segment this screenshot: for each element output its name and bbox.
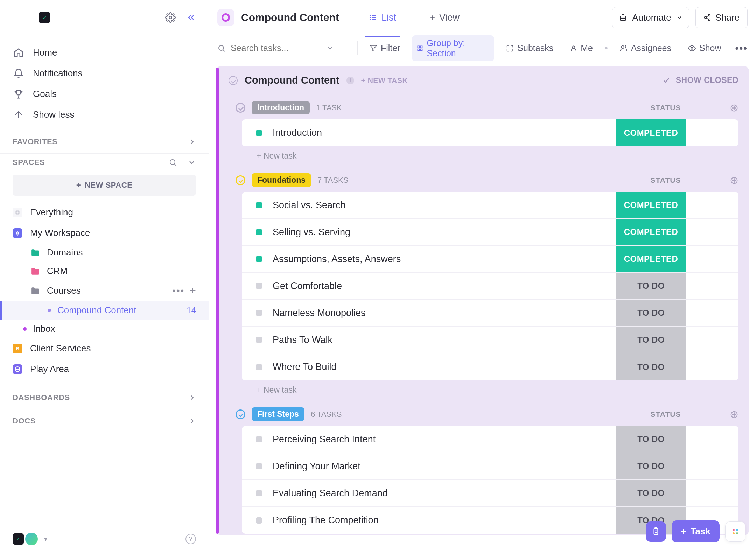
tab-add-view[interactable]: + View [426,9,464,26]
tab-list[interactable]: List [365,9,400,26]
workspace-logo-small[interactable]: ✓ [13,533,24,545]
caret-down-icon[interactable]: ▾ [44,535,47,543]
status-square-icon[interactable] [256,310,262,316]
tree-item-crm[interactable]: CRM [0,262,209,280]
tab-label: View [439,12,460,23]
dot-icon: • [605,43,608,53]
tree-item-courses[interactable]: Courses ••• + [0,280,209,301]
collapse-toggle-icon[interactable] [229,76,238,85]
add-column-icon[interactable]: ⊕ [730,408,738,420]
task-row[interactable]: Evaluating Search Demand TO DO [242,480,738,507]
share-button[interactable]: Share [695,7,748,28]
section-pill[interactable]: Introduction [252,101,310,114]
help-icon[interactable]: ? [186,534,196,544]
status-square-icon[interactable] [256,202,262,208]
status-cell[interactable]: COMPLETED [616,219,686,245]
sidebar-item-play-area[interactable]: Play Area [0,359,209,379]
sidebar-item-everything[interactable]: Everything [0,202,209,223]
task-row[interactable]: Defining Your Market TO DO [242,453,738,480]
nav-goals[interactable]: Goals [0,84,209,104]
subtasks-chip[interactable]: Subtasks [501,40,558,56]
dot-icon [48,309,51,312]
task-row[interactable]: Nameless Monopolies TO DO [242,300,738,327]
section-toggle-icon[interactable] [236,175,245,185]
task-row[interactable]: Paths To Walk TO DO [242,327,738,354]
nav-show-less[interactable]: Show less [0,104,209,125]
panel-title: Compound Content [245,75,340,86]
status-square-icon[interactable] [256,229,262,235]
sidebar-item-workspace[interactable]: My Workspace [0,223,209,243]
status-square-icon[interactable] [256,364,262,370]
status-square-icon[interactable] [256,283,262,289]
status-cell[interactable]: TO DO [616,453,686,479]
favorites-header[interactable]: FAVORITES [0,130,209,153]
status-square-icon[interactable] [256,463,262,469]
add-column-icon[interactable]: ⊕ [730,102,738,114]
tree-item-compound-content[interactable]: Compound Content 14 [0,301,209,320]
section-pill[interactable]: Foundations [252,173,311,187]
show-closed-link[interactable]: SHOW CLOSED [676,76,738,85]
filter-chip[interactable]: Filter [365,40,405,56]
status-cell[interactable]: TO DO [616,480,686,506]
sidebar-item-client-services[interactable]: B Client Services [0,338,209,359]
automate-button[interactable]: Automate [612,7,689,28]
apps-button[interactable] [725,522,746,542]
status-cell[interactable]: COMPLETED [616,192,686,218]
task-row[interactable]: Introduction COMPLETED [242,119,738,146]
dashboards-section[interactable]: DASHBOARDS [0,386,209,409]
status-square-icon[interactable] [256,337,262,343]
me-chip[interactable]: Me [565,40,598,56]
task-row[interactable]: Where To Build TO DO [242,354,738,380]
new-task-link[interactable]: + NEW TASK [361,76,408,85]
section-toggle-icon[interactable] [236,103,245,113]
chevron-down-icon[interactable] [188,158,196,167]
plus-icon[interactable]: + [189,284,196,297]
status-cell[interactable]: TO DO [616,354,686,380]
status-square-icon[interactable] [256,130,262,136]
section-pill[interactable]: First Steps [252,407,304,421]
status-square-icon[interactable] [256,517,262,524]
nav-notifications[interactable]: Notifications [0,63,209,84]
new-task-button[interactable]: + Task [672,520,720,542]
search-input[interactable] [231,43,322,53]
group-by-chip[interactable]: Group by: Section [412,35,494,61]
section-toggle-icon[interactable] [236,410,245,419]
assignees-chip[interactable]: Assignees [615,40,676,56]
task-row[interactable]: Assumptions, Assets, Answers COMPLETED [242,246,738,273]
search-icon[interactable] [169,158,177,167]
tree-item-domains[interactable]: Domains [0,243,209,262]
status-cell[interactable]: COMPLETED [616,119,686,146]
docs-section[interactable]: DOCS [0,409,209,433]
new-task-link[interactable]: + New task [236,380,738,398]
more-icon[interactable]: ••• [735,43,748,54]
tree-label: Domains [47,247,83,258]
workspace-logo[interactable]: ✓ [39,12,50,23]
task-row[interactable]: Perceiving Search Intent TO DO [242,426,738,453]
task-row[interactable]: Get Comfortable TO DO [242,273,738,300]
avatar[interactable] [24,532,38,546]
tree-item-inbox[interactable]: Inbox [0,320,209,338]
tree-label: Courses [47,285,81,296]
gear-icon[interactable] [165,12,176,23]
more-icon[interactable]: ••• [172,285,184,296]
info-icon[interactable]: i [346,77,354,84]
status-cell[interactable]: TO DO [616,327,686,353]
nav-home[interactable]: Home [0,42,209,63]
status-cell[interactable]: TO DO [616,426,686,453]
svg-rect-3 [18,210,20,212]
task-row[interactable]: Social vs. Search COMPLETED [242,192,738,219]
status-cell[interactable]: COMPLETED [616,246,686,272]
clipboard-button[interactable] [646,522,666,542]
status-cell[interactable]: TO DO [616,300,686,326]
status-square-icon[interactable] [256,490,262,496]
task-row[interactable]: Selling vs. Serving COMPLETED [242,219,738,246]
add-column-icon[interactable]: ⊕ [730,174,738,186]
chevron-down-icon[interactable] [327,45,334,52]
show-chip[interactable]: Show [683,40,726,56]
status-square-icon[interactable] [256,256,262,262]
new-task-link[interactable]: + New task [236,146,738,164]
collapse-sidebar-icon[interactable] [186,13,196,22]
new-space-button[interactable]: + NEW SPACE [13,175,196,196]
status-square-icon[interactable] [256,436,262,442]
status-cell[interactable]: TO DO [616,273,686,299]
